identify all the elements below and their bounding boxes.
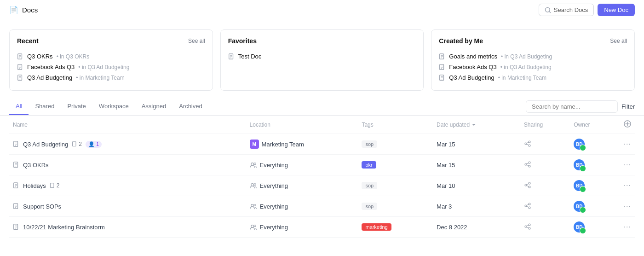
svg-point-60 xyxy=(254,184,256,186)
doc-location-cell: M Marketing Team xyxy=(246,134,358,155)
more-options-icon[interactable]: ··· xyxy=(624,202,631,210)
recent-item-2[interactable]: Facebook Ads Q3 • in Q3 Ad Budgeting xyxy=(17,62,205,72)
share-icon[interactable] xyxy=(524,161,531,168)
more-options-icon[interactable]: ··· xyxy=(624,181,631,189)
favorites-item-1[interactable]: Test Doc xyxy=(228,51,416,62)
sub-count-badge: 2 xyxy=(50,182,60,189)
doc-row-icon xyxy=(13,224,19,230)
add-column-icon[interactable] xyxy=(624,120,631,128)
table-section: Name Location Tags Date updated xyxy=(0,116,644,238)
col-header-date[interactable]: Date updated xyxy=(433,116,520,134)
doc-more-cell[interactable]: ··· xyxy=(620,196,635,217)
share-icon[interactable] xyxy=(524,223,531,230)
created-item-1[interactable]: Goals and metrics • in Q3 Ad Budgeting xyxy=(439,51,627,62)
location-content: Everything xyxy=(250,224,355,231)
search-docs-button[interactable]: Search Docs xyxy=(539,4,594,16)
created-by-me-see-all-button[interactable]: See all xyxy=(610,38,627,44)
doc-tag[interactable]: okr xyxy=(362,161,376,169)
recent-see-all-button[interactable]: See all xyxy=(188,38,205,44)
svg-point-49 xyxy=(529,162,530,163)
created-item-2-loc: • in Q3 Ad Budgeting xyxy=(500,64,552,70)
table-row[interactable]: Q3 OKRs Everything okr Mar 15 xyxy=(9,155,635,175)
col-header-tags: Tags xyxy=(358,116,433,134)
doc-tag[interactable]: marketing xyxy=(362,223,391,231)
svg-point-38 xyxy=(529,141,530,143)
doc-tags-cell: sop xyxy=(358,134,433,155)
svg-point-40 xyxy=(529,145,530,146)
doc-more-cell[interactable]: ··· xyxy=(620,134,635,155)
table-row[interactable]: Holidays 2 Everything sop Mar 10 xyxy=(9,175,635,196)
doc-icon xyxy=(228,53,235,60)
more-options-icon[interactable]: ··· xyxy=(624,161,631,169)
table-row[interactable]: Support SOPs Everything sop Mar 3 xyxy=(9,196,635,217)
col-header-add[interactable] xyxy=(620,116,635,134)
table-header-row: Name Location Tags Date updated xyxy=(9,116,635,134)
doc-tag[interactable]: sop xyxy=(362,182,377,189)
doc-sharing-cell xyxy=(520,217,570,238)
recent-item-1[interactable]: Q3 OKRs • in Q3 OKRs xyxy=(17,51,205,62)
doc-row-name: Holidays xyxy=(23,182,46,189)
location-content: M Marketing Team xyxy=(250,140,355,149)
svg-point-39 xyxy=(525,143,527,145)
doc-name-cell: 10/22/21 Marketing Brainstorm xyxy=(9,217,246,238)
more-options-icon[interactable]: ··· xyxy=(624,223,631,231)
new-doc-button[interactable]: New Doc xyxy=(598,4,635,16)
doc-date-cell: Mar 10 xyxy=(433,175,520,196)
doc-tag[interactable]: sop xyxy=(362,203,377,210)
svg-point-85 xyxy=(529,227,530,229)
doc-name-cell: Support SOPs xyxy=(9,196,246,217)
recent-item-3[interactable]: Q3 Ad Budgeting • in Marketing Team xyxy=(17,72,205,83)
tab-private[interactable]: Private xyxy=(61,98,92,115)
svg-rect-58 xyxy=(50,183,54,188)
svg-rect-37 xyxy=(73,142,76,146)
created-item-2[interactable]: Facebook Ads Q3 • in Q3 Ad Budgeting xyxy=(439,62,627,72)
filter-button[interactable]: Filter xyxy=(621,103,635,110)
tab-assigned[interactable]: Assigned xyxy=(135,98,172,115)
date-sort[interactable]: Date updated xyxy=(437,122,517,128)
favorites-item-1-name: Test Doc xyxy=(238,53,262,60)
table-row[interactable]: Q3 Ad Budgeting 2 👤 1 M Marketing Team s… xyxy=(9,134,635,155)
svg-point-61 xyxy=(529,182,530,184)
doc-more-cell[interactable]: ··· xyxy=(620,155,635,175)
doc-tag[interactable]: sop xyxy=(362,140,377,148)
doc-location-cell: Everything xyxy=(246,196,358,217)
doc-location-cell: Everything xyxy=(246,217,358,238)
created-item-1-name: Goals and metrics xyxy=(449,53,497,60)
share-icon[interactable] xyxy=(524,181,531,189)
recent-item-1-loc: • in Q3 OKRs xyxy=(57,53,90,60)
created-item-3[interactable]: Q3 Ad Budgeting • in Marketing Team xyxy=(439,72,627,83)
svg-line-76 xyxy=(527,206,529,207)
svg-line-41 xyxy=(527,142,529,143)
doc-row-name: Q3 Ad Budgeting xyxy=(23,141,68,148)
svg-line-65 xyxy=(527,185,529,186)
search-name-input[interactable] xyxy=(526,100,618,113)
owner-avatar-wrapper: BD xyxy=(574,201,585,212)
name-cell: Q3 OKRs xyxy=(13,162,242,169)
name-cell: Support SOPs xyxy=(13,203,242,210)
doc-sharing-cell xyxy=(520,175,570,196)
tab-all[interactable]: All xyxy=(9,98,29,115)
page-icon xyxy=(50,183,55,188)
more-options-icon[interactable]: ··· xyxy=(624,140,631,148)
doc-icon xyxy=(439,64,445,70)
svg-line-75 xyxy=(527,204,529,205)
doc-location-cell: Everything xyxy=(246,155,358,175)
doc-sharing-cell xyxy=(520,196,570,217)
share-icon[interactable] xyxy=(524,140,531,147)
share-icon[interactable] xyxy=(524,202,531,209)
doc-more-cell[interactable]: ··· xyxy=(620,217,635,238)
tab-workspace[interactable]: Workspace xyxy=(92,98,135,115)
owner-status-dot xyxy=(580,227,586,234)
tab-shared[interactable]: Shared xyxy=(29,98,61,115)
table-row[interactable]: 10/22/21 Marketing Brainstorm Everything… xyxy=(9,217,635,238)
svg-line-1 xyxy=(549,11,551,12)
doc-more-cell[interactable]: ··· xyxy=(620,175,635,196)
sub-count-badge: 2 xyxy=(72,141,82,147)
tab-archived[interactable]: Archived xyxy=(172,98,209,115)
created-item-2-name: Facebook Ads Q3 xyxy=(449,64,496,70)
svg-point-82 xyxy=(254,225,256,227)
owner-status-dot xyxy=(580,145,586,151)
doc-owner-cell: BD xyxy=(570,217,620,238)
favorites-card-header: Favorites xyxy=(228,37,416,45)
header-left: 📄 Docs xyxy=(9,6,38,14)
